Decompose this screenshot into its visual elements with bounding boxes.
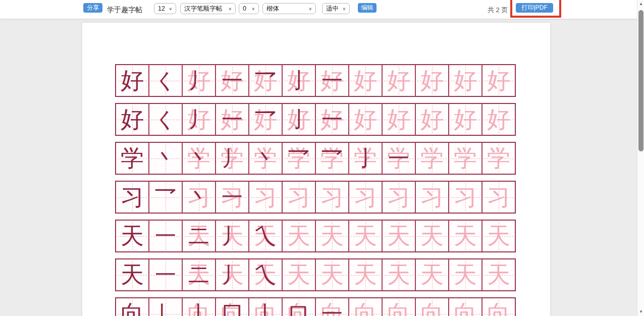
sheet-type-value: 汉字笔顺字帖 <box>184 5 222 13</box>
trace-char: 习 <box>383 182 415 213</box>
site-title: 学于趣字帖 <box>107 6 142 15</box>
stroke-glyph: 亅 <box>283 104 315 135</box>
stroke-glyph: 乀 <box>249 259 282 290</box>
grid-cell: 学乛 <box>282 142 315 174</box>
grid-cell: 好丿 <box>182 65 216 96</box>
grid-cell: 天 <box>282 259 315 291</box>
scroll-up-icon[interactable]: ▲ <box>637 1 644 8</box>
stroke-glyph: 乛 <box>249 65 282 96</box>
trace-char: 好 <box>482 65 515 96</box>
stroke-glyph: 亅 <box>349 143 382 174</box>
grid-cell: 天 <box>382 220 415 252</box>
stroke-glyph: 一 <box>383 143 415 174</box>
grid-cell: 习 <box>449 181 482 213</box>
grid-cell: 天 <box>116 220 149 252</box>
trace-char: 习 <box>449 182 481 213</box>
trace-char: 天 <box>416 259 448 290</box>
stroke-glyph: 二 <box>183 259 215 290</box>
stroke-glyph: 一 <box>216 65 248 96</box>
grid-row: 好く好丿好一好乛好亅好一好好好好好 <box>115 64 516 97</box>
trace-char: 好 <box>416 104 448 135</box>
grid-cell: 天 <box>415 220 449 252</box>
grid-cell: 天乀 <box>249 220 282 252</box>
stroke-glyph: 丶 <box>183 143 215 174</box>
size-select[interactable]: 适中 ∨ <box>322 3 350 14</box>
trace-char: 天 <box>349 259 382 290</box>
page-scrollbar[interactable]: ▲ ▼ <box>637 0 644 316</box>
grid-row: 好く好丿好一好乛好亅好一好好好好好 <box>115 103 516 136</box>
grid-cell: 好 <box>449 103 482 135</box>
stroke-glyph: 丨 <box>183 298 215 316</box>
trace-char: 向 <box>416 298 448 316</box>
stroke-glyph: 丿 <box>183 65 215 96</box>
grid-cell: 向丨 <box>182 298 216 316</box>
trace-char: 天 <box>449 221 481 251</box>
stroke-glyph: 乛 <box>249 104 282 135</box>
stroke-glyph: 丿 <box>216 221 248 251</box>
model-char: 习 <box>116 182 148 213</box>
grid-cell: 好乛 <box>249 65 282 96</box>
trace-char: 习 <box>416 182 448 213</box>
grid-cell: 向 <box>116 298 149 316</box>
grid-cell: 丿 <box>149 298 182 316</box>
chars-per-row-select[interactable]: 12 ∨ <box>154 3 176 14</box>
trace-char: 好 <box>449 104 481 135</box>
grid-cell: 学 <box>482 142 515 174</box>
grid-cell: 学亅 <box>349 142 382 174</box>
font-value: 楷体 <box>266 5 279 13</box>
grid-cell: 学一 <box>382 142 415 174</box>
grid-cell: 学乛 <box>315 142 349 174</box>
grid-cell: 天 <box>449 220 482 252</box>
edit-button[interactable]: 编辑 <box>358 3 377 13</box>
scrollbar-thumb[interactable] <box>638 10 643 151</box>
stroke-glyph: 丶 <box>183 182 215 213</box>
stroke-glyph: 一 <box>216 104 248 135</box>
grid-cell: 好 <box>116 65 149 96</box>
trace-char: 好 <box>383 104 415 135</box>
practice-grid: 好く好丿好一好乛好亅好一好好好好好好く好丿好一好乛好亅好一好好好好好学丶学丶学丿… <box>115 64 516 316</box>
grid-cell: 习 <box>315 181 349 213</box>
trace-char: 天 <box>316 221 348 251</box>
chevron-down-icon: ∨ <box>251 7 255 11</box>
trace-char: 学 <box>416 143 448 174</box>
trace-char: 天 <box>283 259 315 290</box>
top-toolbar: 分享 学于趣字帖 12 ∨ 汉字笔顺字帖 ∨ 0 ∨ 楷体 ∨ 适中 ∨ 编辑 … <box>0 0 637 19</box>
model-char: 好 <box>116 65 148 96</box>
grid-cell: 向一 <box>315 298 349 316</box>
grid-cell: 天 <box>315 220 349 252</box>
grid-cell: 好一 <box>216 103 249 135</box>
sheet-type-select[interactable]: 汉字笔顺字帖 ∨ <box>180 3 236 14</box>
grid-cell: 好 <box>415 65 449 96</box>
trace-char: 学 <box>449 143 481 174</box>
print-pdf-button[interactable]: 打印|PDF <box>516 3 553 13</box>
stroke-glyph: 丶 <box>249 143 282 174</box>
grid-cell: 天丿 <box>216 259 249 291</box>
trace-char: 学 <box>482 143 515 174</box>
spacing-select[interactable]: 0 ∨ <box>239 3 259 14</box>
share-button[interactable]: 分享 <box>83 3 102 13</box>
font-select[interactable]: 楷体 ∨ <box>262 3 316 14</box>
trace-char: 天 <box>383 259 415 290</box>
grid-cell: 天 <box>116 259 149 291</box>
trace-char: 习 <box>283 182 315 213</box>
trace-char: 天 <box>482 259 515 290</box>
grid-cell: 习 <box>482 181 515 213</box>
grid-cell: 习 <box>282 181 315 213</box>
chevron-down-icon: ∨ <box>342 7 346 11</box>
stroke-glyph: 丿 <box>216 259 248 290</box>
stroke-glyph: 一 <box>316 298 348 316</box>
grid-cell: 天 <box>349 259 382 291</box>
grid-cell: 好乛 <box>249 103 282 135</box>
grid-cell: 天乀 <box>249 259 282 291</box>
scroll-down-icon[interactable]: ▼ <box>637 308 644 315</box>
trace-char: 习 <box>249 182 282 213</box>
stroke-glyph: 丿 <box>216 143 248 174</box>
grid-cell: 向 <box>482 298 515 316</box>
spacing-value: 0 <box>243 5 246 12</box>
grid-row: 学丶学丶学丿学丶学乛学乛学亅学一学学学 <box>115 142 516 175</box>
trace-char: 向 <box>449 298 481 316</box>
trace-char: 好 <box>482 104 515 135</box>
model-char: 天 <box>116 221 148 251</box>
trace-char: 天 <box>482 221 515 251</box>
grid-row: 习乛习丶习一习习习习习习习习 <box>115 181 516 214</box>
